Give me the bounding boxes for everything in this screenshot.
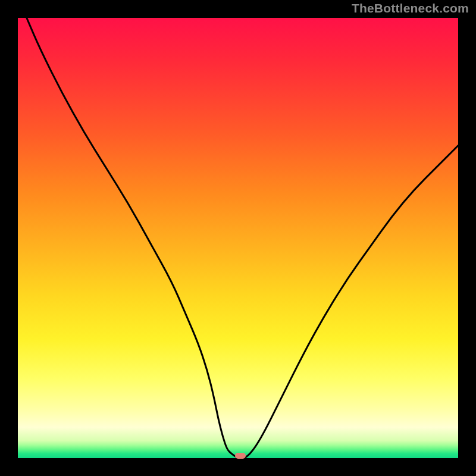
bottleneck-curve <box>18 18 458 458</box>
watermark-text: TheBottleneck.com <box>352 1 469 15</box>
min-marker <box>235 453 246 459</box>
chart-frame: TheBottleneck.com <box>0 0 476 476</box>
